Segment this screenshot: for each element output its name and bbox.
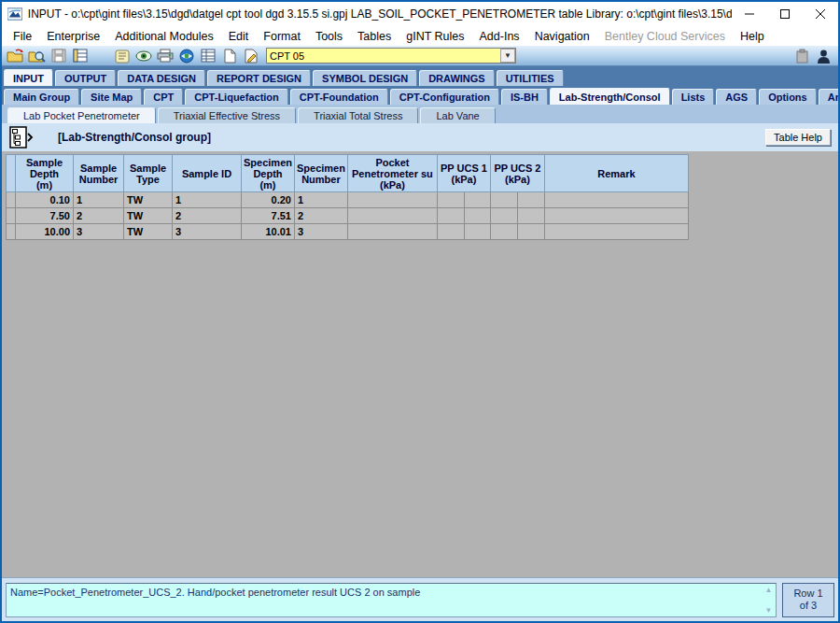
cell-sample-number[interactable]: 2 — [74, 208, 124, 224]
cell-sample-number[interactable]: 3 — [74, 224, 124, 240]
cell-specimen-depth[interactable]: 7.51 — [242, 208, 295, 224]
script-icon[interactable] — [112, 47, 133, 64]
browse-files-icon[interactable] — [27, 47, 48, 64]
menu-additional-modules[interactable]: Additional Modules — [107, 28, 221, 45]
save-icon[interactable] — [49, 47, 69, 64]
cell-pocket-penetrometer[interactable] — [347, 224, 437, 240]
col-pp-ucs-2[interactable]: PP UCS 2 (kPa) — [490, 155, 544, 192]
tab-triaxial-effective-stress[interactable]: Triaxial Effective Stress — [158, 107, 296, 123]
cell-sample-number[interactable]: 1 — [74, 192, 124, 208]
tab-main-group[interactable]: Main Group — [4, 89, 79, 105]
menu-gint-rules[interactable]: gINT Rules — [399, 28, 471, 45]
col-specimen-depth[interactable]: Specimen Depth (m) — [242, 155, 295, 192]
col-sample-number[interactable]: Sample Number — [74, 155, 124, 192]
tab-cpt-configuration[interactable]: CPT-Configuration — [390, 89, 499, 105]
print-icon[interactable] — [155, 47, 175, 64]
row-selector[interactable] — [7, 224, 16, 240]
col-pocket-penetrometer[interactable]: Pocket Penetrometer su (kPa) — [347, 155, 437, 192]
tab-cpt[interactable]: CPT — [144, 89, 183, 105]
cell-specimen-number[interactable]: 1 — [294, 192, 347, 208]
combo-dropdown-button[interactable]: ▼ — [500, 49, 515, 63]
cell-specimen-number[interactable]: 2 — [294, 208, 347, 224]
tab-lab-vane[interactable]: Lab Vane — [420, 107, 495, 123]
tab-is-bh[interactable]: IS-BH — [501, 89, 548, 105]
cell-pp-ucs-1a[interactable] — [437, 224, 464, 240]
cell-specimen-depth[interactable]: 0.20 — [242, 192, 295, 208]
cell-pp-ucs-2b[interactable] — [517, 224, 544, 240]
menu-help[interactable]: Help — [733, 28, 772, 45]
tab-utilities[interactable]: UTILITIES — [497, 70, 564, 86]
cell-sample-depth[interactable]: 0.10 — [16, 192, 74, 208]
cell-pocket-penetrometer[interactable] — [347, 192, 437, 208]
globe-icon[interactable] — [176, 47, 197, 64]
tab-symbol-design[interactable]: SYMBOL DESIGN — [313, 70, 417, 86]
cell-sample-id[interactable]: 3 — [173, 224, 242, 240]
col-sample-depth[interactable]: Sample Depth (m) — [16, 155, 74, 192]
point-id-combobox[interactable]: CPT 05 ▼ — [266, 48, 516, 64]
open-project-icon[interactable] — [6, 47, 26, 64]
tab-drawings[interactable]: DRAWINGS — [419, 70, 495, 86]
row-selector[interactable] — [7, 208, 16, 224]
cell-sample-depth[interactable]: 7.50 — [16, 208, 74, 224]
tab-report-design[interactable]: REPORT DESIGN — [207, 70, 311, 86]
cell-sample-type[interactable]: TW — [124, 192, 173, 208]
cell-pp-ucs-2b[interactable] — [517, 208, 544, 224]
grid-view-icon[interactable] — [198, 47, 218, 64]
tab-lab-pocket-penetrometer[interactable]: Lab Pocket Penetrometer — [7, 107, 156, 123]
minimize-button[interactable] — [732, 3, 767, 25]
edit-record-icon[interactable] — [241, 47, 261, 64]
scroll-down-icon[interactable]: ▼ — [765, 606, 773, 615]
scroll-up-icon[interactable]: ▲ — [765, 586, 773, 594]
table-help-button[interactable]: Table Help — [765, 129, 831, 146]
tab-lists[interactable]: Lists — [672, 89, 715, 105]
tab-data-design[interactable]: DATA DESIGN — [118, 70, 205, 86]
cell-sample-depth[interactable]: 10.00 — [16, 224, 74, 240]
cell-sample-id[interactable]: 2 — [173, 208, 242, 224]
cell-sample-type[interactable]: TW — [124, 224, 173, 240]
hierarchy-tree-icon[interactable] — [9, 126, 34, 149]
cell-pp-ucs-1b[interactable] — [464, 224, 490, 240]
menu-format[interactable]: Format — [256, 28, 308, 45]
cell-sample-id[interactable]: 1 — [173, 192, 242, 208]
col-pp-ucs-1[interactable]: PP UCS 1 (kPa) — [437, 155, 490, 192]
tab-triaxial-total-stress[interactable]: Triaxial Total Stress — [298, 107, 418, 123]
menu-navigation[interactable]: Navigation — [527, 28, 597, 45]
tab-options[interactable]: Options — [759, 89, 817, 105]
col-specimen-number[interactable]: Specimen Number — [294, 155, 347, 192]
new-page-icon[interactable] — [219, 47, 240, 64]
menu-tools[interactable]: Tools — [308, 28, 350, 45]
cell-pp-ucs-1a[interactable] — [437, 192, 464, 208]
tab-cpt-liquefaction[interactable]: CPT-Liquefaction — [185, 89, 287, 105]
tab-site-map[interactable]: Site Map — [81, 89, 142, 105]
cell-pp-ucs-1b[interactable] — [464, 208, 490, 224]
close-button[interactable] — [803, 3, 838, 25]
menu-edit[interactable]: Edit — [221, 28, 257, 45]
maximize-button[interactable] — [767, 3, 803, 25]
col-sample-id[interactable]: Sample ID — [173, 155, 242, 192]
cell-remark[interactable] — [544, 224, 688, 240]
cell-specimen-number[interactable]: 3 — [294, 224, 347, 240]
cell-sample-type[interactable]: TW — [124, 208, 173, 224]
cell-pp-ucs-1a[interactable] — [437, 208, 464, 224]
cell-pp-ucs-2a[interactable] — [490, 208, 517, 224]
cell-pp-ucs-2a[interactable] — [490, 192, 517, 208]
preview-eye-icon[interactable] — [133, 47, 154, 64]
row-selector[interactable] — [7, 192, 16, 208]
cell-remark[interactable] — [544, 208, 688, 224]
tab-lab-strength-consol[interactable]: Lab-Strength/Consol — [550, 88, 670, 105]
cell-pp-ucs-1b[interactable] — [464, 192, 490, 208]
tab-analysis[interactable]: Analysis — [819, 89, 840, 105]
user-icon[interactable] — [813, 47, 833, 64]
cell-pocket-penetrometer[interactable] — [347, 208, 437, 224]
table-structure-icon[interactable] — [70, 47, 91, 64]
point-id-value[interactable]: CPT 05 — [267, 49, 500, 63]
menu-tables[interactable]: Tables — [350, 28, 399, 45]
cell-remark[interactable] — [544, 192, 688, 208]
description-scrollbar[interactable]: ▲ ▼ — [762, 584, 776, 616]
tab-output[interactable]: OUTPUT — [55, 70, 116, 86]
col-sample-type[interactable]: Sample Type — [124, 155, 173, 192]
menu-add-ins[interactable]: Add-Ins — [472, 28, 527, 45]
menu-enterprise[interactable]: Enterprise — [39, 28, 107, 45]
cell-pp-ucs-2b[interactable] — [517, 192, 544, 208]
tab-cpt-foundation[interactable]: CPT-Foundation — [290, 89, 388, 105]
